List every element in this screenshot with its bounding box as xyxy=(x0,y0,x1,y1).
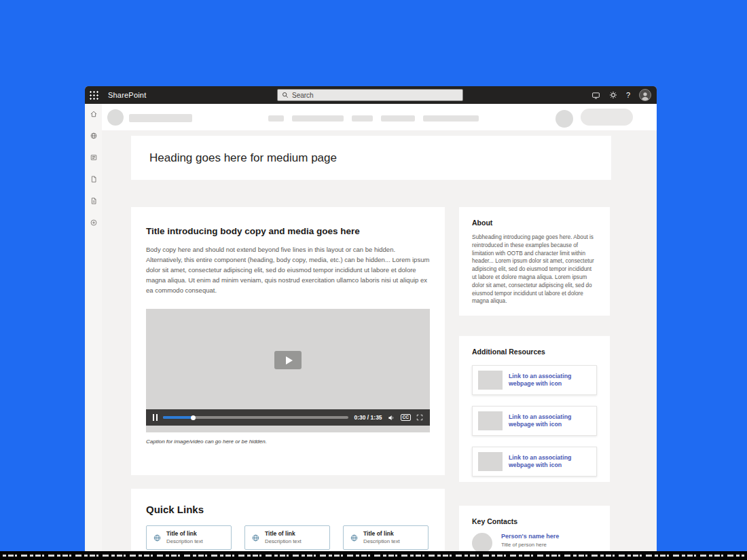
document-icon[interactable] xyxy=(90,175,98,183)
page-title: Heading goes here for medium page xyxy=(149,151,337,165)
resource-thumbnail-placeholder xyxy=(478,411,503,430)
search-placeholder: Search xyxy=(292,92,314,99)
filmstrip-strip xyxy=(0,551,747,560)
quick-link-title: Title of link xyxy=(363,530,400,538)
nav-item-placeholder[interactable] xyxy=(381,115,415,122)
progress-fill xyxy=(163,416,193,419)
header-button-placeholder[interactable] xyxy=(581,109,633,126)
resource-link-label: Link to an associating webpage with icon xyxy=(509,373,585,388)
help-icon[interactable]: ? xyxy=(626,91,630,99)
about-title: About xyxy=(472,219,597,227)
play-icon xyxy=(286,356,293,365)
globe-icon[interactable] xyxy=(90,132,98,140)
text-media-section: Title introducing body copy and media go… xyxy=(131,207,445,475)
about-section: About Subheading introducing page goes h… xyxy=(459,207,610,316)
quick-link-description: Description text xyxy=(166,538,203,545)
search-input[interactable]: Search xyxy=(277,89,463,101)
suite-bar: SharePoint Search xyxy=(85,86,657,104)
page-canvas: Heading goes here for medium page Title … xyxy=(102,130,657,551)
quick-link-description: Description text xyxy=(363,538,400,545)
app-launcher-button[interactable] xyxy=(85,86,103,104)
site-title-placeholder[interactable] xyxy=(129,114,192,122)
person-avatar-placeholder xyxy=(472,533,492,551)
news-icon[interactable] xyxy=(90,153,98,162)
nav-item-placeholder[interactable] xyxy=(352,115,373,122)
site-nav xyxy=(268,115,479,122)
sharepoint-window: SharePoint Search xyxy=(85,86,657,551)
resource-link-label: Link to an associating webpage with icon xyxy=(509,454,585,470)
quick-link-tile[interactable]: Title of link Description text xyxy=(146,525,232,550)
pause-button[interactable] xyxy=(153,414,158,421)
volume-icon[interactable] xyxy=(388,414,395,422)
additional-resources-section: Additional Resources Link to an associat… xyxy=(459,336,610,482)
contact-person: Person's name here Title of person here xyxy=(472,533,597,551)
resource-thumbnail-placeholder xyxy=(478,371,503,390)
search-icon xyxy=(282,92,289,98)
section-heading: Title introducing body copy and media go… xyxy=(146,226,430,236)
quick-link-tile[interactable]: Title of link Description text xyxy=(244,525,330,550)
settings-gear-icon[interactable] xyxy=(609,91,617,99)
progress-knob[interactable] xyxy=(191,415,196,420)
header-circle-placeholder xyxy=(555,110,573,128)
quick-link-title: Title of link xyxy=(265,530,302,538)
home-icon[interactable] xyxy=(90,110,98,118)
document-text-icon[interactable] xyxy=(90,197,98,205)
globe-icon xyxy=(350,534,359,542)
suite-bar-actions: ? xyxy=(591,86,651,104)
media-caption: Caption for image/video can go here or b… xyxy=(146,438,430,445)
title-section: Heading goes here for medium page xyxy=(131,136,611,180)
site-header xyxy=(102,104,657,130)
play-button[interactable] xyxy=(274,351,302,369)
quick-link-tile[interactable]: Title of link Description text xyxy=(343,525,429,550)
device-icon[interactable] xyxy=(591,91,600,100)
resource-link-item[interactable]: Link to an associating webpage with icon xyxy=(472,406,597,436)
fullscreen-icon[interactable] xyxy=(416,414,423,421)
video-player[interactable]: 0:30 / 1:35 CC xyxy=(146,309,430,432)
body-copy: Body copy here and should not extend bey… xyxy=(146,244,433,295)
resource-link-item[interactable]: Link to an associating webpage with icon xyxy=(472,447,597,477)
create-plus-icon[interactable] xyxy=(90,219,98,227)
nav-item-placeholder[interactable] xyxy=(423,115,479,122)
filmstrip-micro-text xyxy=(3,555,744,557)
nav-item-placeholder[interactable] xyxy=(292,115,344,122)
person-role: Title of person here xyxy=(501,542,559,548)
closed-captions-button[interactable]: CC xyxy=(401,414,411,422)
account-avatar[interactable] xyxy=(639,89,651,101)
video-controls: 0:30 / 1:35 CC xyxy=(146,409,430,426)
about-body: Subheading introducing page goes here. A… xyxy=(472,234,597,305)
quick-links-title: Quick Links xyxy=(146,504,430,515)
quick-links-row: Title of link Description text Title of … xyxy=(146,525,430,550)
resources-title: Additional Resources xyxy=(472,348,597,356)
globe-icon xyxy=(251,534,260,542)
waffle-icon xyxy=(89,90,98,100)
person-name-link[interactable]: Person's name here xyxy=(501,533,559,540)
time-display: 0:30 / 1:35 xyxy=(354,414,382,421)
desktop: SharePoint Search xyxy=(0,0,747,560)
app-bar xyxy=(85,104,102,551)
nav-item-placeholder[interactable] xyxy=(268,115,284,122)
quick-links-section: Quick Links Title of link Description te… xyxy=(131,489,445,551)
app-title: SharePoint xyxy=(108,91,146,99)
key-contacts-section: Key Contacts Person's name here Title of… xyxy=(459,506,610,551)
progress-slider[interactable] xyxy=(163,416,348,419)
resource-link-label: Link to an associating webpage with icon xyxy=(509,413,585,429)
globe-icon xyxy=(153,534,162,542)
quick-link-title: Title of link xyxy=(166,530,203,538)
resource-thumbnail-placeholder xyxy=(478,452,503,471)
resources-list: Link to an associating webpage with icon… xyxy=(472,365,597,477)
quick-link-description: Description text xyxy=(265,538,302,545)
contacts-title: Key Contacts xyxy=(472,517,597,525)
resource-link-item[interactable]: Link to an associating webpage with icon xyxy=(472,365,597,395)
site-logo-placeholder[interactable] xyxy=(107,109,124,126)
